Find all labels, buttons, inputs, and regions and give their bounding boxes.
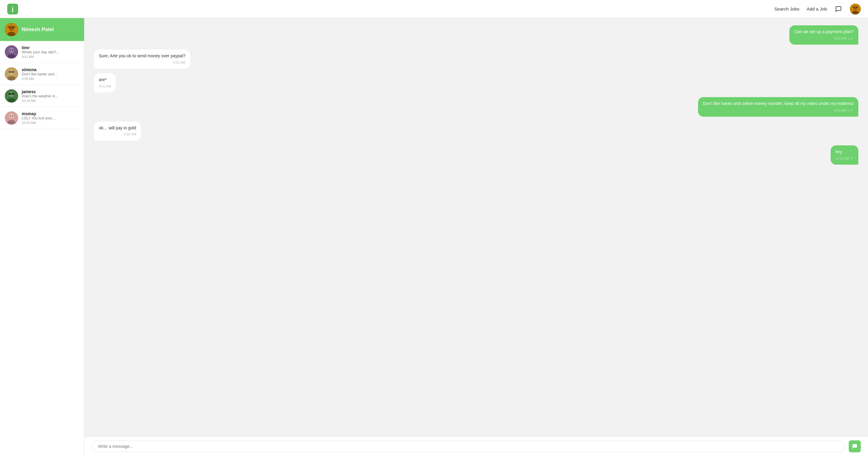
chat-messages: Can we set up a payment plan? 9:50 AM ✓✓…: [84, 18, 868, 436]
chat-input-area: [84, 436, 868, 456]
svg-point-8: [9, 25, 14, 31]
svg-point-17: [10, 50, 11, 51]
active-user-avatar: [5, 23, 18, 36]
message-bubble: hey 10:15 AM ✓: [831, 145, 858, 165]
add-job-link[interactable]: Add a Job: [807, 6, 827, 11]
double-check-icon: ✓✓: [847, 36, 854, 41]
message-row: Can we set up a payment plan? 9:50 AM ✓✓: [94, 25, 858, 45]
sidebar-item[interactable]: timr Whats your day rate?... 9:51 AM: [0, 41, 84, 63]
sidebar: Nimesh Patel timr What: [0, 18, 84, 456]
svg-rect-13: [13, 27, 15, 27]
svg-rect-5: [852, 7, 854, 7]
svg-rect-32: [9, 93, 11, 95]
active-user-name: Nimesh Patel: [22, 27, 54, 33]
contact-avatar: [5, 111, 18, 124]
svg-rect-6: [857, 7, 858, 7]
message-bubble: ok… will pay in gold 9:55 PM: [94, 121, 141, 141]
search-jobs-link[interactable]: Search Jobs: [774, 6, 799, 11]
contact-info: simona Don't like banks and... 9:55 AM: [22, 67, 79, 81]
svg-point-36: [9, 114, 14, 119]
contact-avatar: [5, 45, 18, 58]
contact-info: jamesc How's the weather in... 10:16 AM: [22, 89, 79, 103]
svg-point-4: [856, 7, 857, 8]
sidebar-item[interactable]: simona Don't like banks and... 9:55 AM: [0, 63, 84, 85]
message-row: Sure, Arte you ok to send money over pay…: [94, 50, 858, 68]
message-row: ok… will pay in gold 9:55 PM: [94, 121, 858, 141]
message-row: hey 10:15 AM ✓: [94, 145, 858, 165]
svg-rect-12: [8, 27, 10, 27]
svg-point-3: [854, 7, 855, 8]
svg-rect-33: [12, 93, 14, 95]
svg-point-11: [12, 27, 13, 28]
message-row: Don't like banks and online money transf…: [94, 97, 858, 116]
svg-point-18: [12, 50, 13, 51]
message-bubble: Don't like banks and online money transf…: [698, 97, 858, 116]
chat-area: Can we set up a payment plan? 9:50 AM ✓✓…: [84, 18, 868, 456]
svg-point-20: [9, 70, 14, 75]
contact-info: msmay LOL!! You lost your ... 10:15 AM: [22, 111, 79, 124]
contact-avatar: [5, 89, 18, 103]
sidebar-active-user[interactable]: Nimesh Patel: [0, 18, 84, 41]
message-bubble: are* 9:51 AM: [94, 73, 116, 92]
svg-point-10: [10, 27, 11, 28]
sidebar-item[interactable]: msmay LOL!! You lost your ... 10:15 AM: [0, 107, 84, 129]
user-avatar[interactable]: [850, 4, 861, 15]
svg-point-38: [10, 115, 11, 117]
app-header: j Search Jobs Add a Job: [0, 0, 868, 18]
contact-avatar: [5, 67, 18, 81]
sidebar-item[interactable]: jamesc How's the weather in... 10:16 AM: [0, 85, 84, 107]
message-bubble: Sure, Arte you ok to send money over pay…: [94, 50, 190, 68]
message-row: are* 9:51 AM: [94, 73, 858, 92]
header-nav: Search Jobs Add a Job: [774, 4, 861, 15]
check-icon: ✓: [850, 156, 854, 161]
message-input[interactable]: [92, 440, 845, 452]
main-layout: Nimesh Patel timr What: [0, 18, 868, 456]
double-check-icon: ✓✓: [847, 108, 854, 113]
svg-point-39: [12, 115, 13, 117]
contact-list: timr Whats your day rate?... 9:51 AM: [0, 41, 84, 456]
contact-info: timr Whats your day rate?... 9:51 AM: [22, 45, 79, 58]
app-logo[interactable]: j: [7, 4, 18, 15]
message-bubble: Can we set up a payment plan? 9:50 AM ✓✓: [789, 25, 858, 45]
send-message-button[interactable]: [849, 440, 861, 452]
messages-icon[interactable]: [834, 5, 843, 13]
